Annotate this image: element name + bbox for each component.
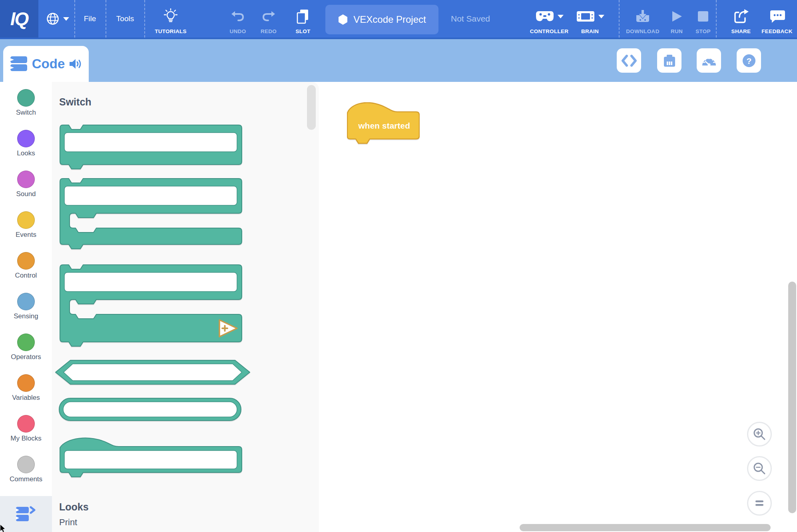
category-label: Events <box>16 231 36 239</box>
category-label: Operators <box>11 353 41 361</box>
palette-block-stack[interactable] <box>60 125 242 170</box>
palette-scrollbar[interactable] <box>307 85 316 130</box>
chevron-down-icon <box>63 17 69 21</box>
block-input-field[interactable] <box>64 451 237 469</box>
blocks-icon <box>10 56 28 72</box>
category-color-dot[interactable] <box>17 333 35 351</box>
share-label: SHARE <box>731 28 751 34</box>
undo-label: UNDO <box>230 28 246 34</box>
collapse-blocks-icon <box>15 505 37 523</box>
when-started-block[interactable]: when started <box>347 102 420 145</box>
project-name-button[interactable]: VEXcode Project <box>325 5 438 34</box>
feedback-icon <box>769 10 785 23</box>
sidebar-item-my-blocks[interactable]: My Blocks <box>0 415 52 453</box>
iq-logo: IQ <box>0 0 38 38</box>
category-color-dot[interactable] <box>17 89 35 107</box>
iq-logo-text: IQ <box>10 8 28 30</box>
palette-block-reporter[interactable] <box>59 398 241 421</box>
tab-code[interactable]: Code <box>3 46 89 82</box>
category-label: My Blocks <box>10 435 41 443</box>
undo-icon <box>231 11 245 22</box>
sidebar-item-comments[interactable]: Comments <box>0 456 52 494</box>
mouse-cursor <box>0 525 6 532</box>
workspace-canvas[interactable]: when started <box>319 82 797 532</box>
category-label: Switch <box>16 109 36 117</box>
monitor-dashboard-button[interactable] <box>697 48 721 73</box>
tutorials-label: TUTORIALS <box>155 28 187 34</box>
slot-button[interactable]: 1 SLOT <box>281 0 325 38</box>
category-color-dot[interactable] <box>17 171 35 188</box>
project-name: VEXcode Project <box>353 14 426 25</box>
device-port-icon <box>662 54 677 67</box>
canvas-horizontal-scrollbar[interactable] <box>520 524 771 531</box>
category-color-dot[interactable] <box>17 252 35 270</box>
category-color-dot[interactable] <box>17 415 35 433</box>
category-label: Sensing <box>14 312 38 320</box>
help-button[interactable]: ? <box>737 48 761 73</box>
zoom-out-button[interactable] <box>747 456 772 481</box>
slot-icon: 1 <box>296 9 310 24</box>
brain-button[interactable]: BRAIN <box>568 0 612 38</box>
sidebar-item-sensing[interactable]: Sensing <box>0 293 52 331</box>
play-icon <box>671 10 682 22</box>
share-icon <box>733 9 749 24</box>
language-menu[interactable] <box>40 0 74 38</box>
tutorials-button[interactable]: TUTORIALS <box>149 0 193 38</box>
devices-button[interactable] <box>657 48 681 73</box>
sidebar-item-switch[interactable]: Switch <box>0 89 52 127</box>
sidebar-item-looks[interactable]: Looks <box>0 130 52 168</box>
file-menu[interactable]: File <box>75 0 105 38</box>
block-palette: Switch <box>52 82 319 532</box>
palette-block-boolean[interactable] <box>55 360 251 385</box>
category-color-dot[interactable] <box>17 293 35 310</box>
zoom-in-button[interactable] <box>747 422 772 447</box>
vexcode-app: IQ File Tools TUTOR <box>0 0 797 532</box>
category-sidebar: SwitchLooksSoundEventsControlSensingOper… <box>0 82 52 532</box>
sidebar-item-variables[interactable]: Variables <box>0 374 52 413</box>
category-color-dot[interactable] <box>17 374 35 392</box>
tools-menu[interactable]: Tools <box>110 0 140 38</box>
brain-label: BRAIN <box>581 28 599 34</box>
globe-icon <box>46 12 60 26</box>
slot-label: SLOT <box>295 28 310 34</box>
redo-icon <box>262 11 275 22</box>
sidebar-item-control[interactable]: Control <box>0 252 52 290</box>
canvas-vertical-scrollbar[interactable] <box>788 282 796 513</box>
sidebar-item-sound[interactable]: Sound <box>0 171 52 209</box>
controller-label: CONTROLLER <box>530 28 569 34</box>
stop-button[interactable]: STOP <box>681 0 725 38</box>
download-icon <box>635 10 651 23</box>
zoom-reset-button[interactable] <box>747 491 772 516</box>
sidebar-item-operators[interactable]: Operators <box>0 333 52 372</box>
code-viewer-button[interactable] <box>617 48 641 73</box>
block-input-field[interactable] <box>64 186 237 205</box>
toolbar-separator <box>106 0 106 38</box>
toolbar-separator <box>144 0 145 38</box>
palette-block-c-shape[interactable] <box>60 178 242 250</box>
block-input-field[interactable] <box>64 364 242 381</box>
feedback-label: FEEDBACK <box>761 28 792 34</box>
workspace-toolbar: Code <box>0 39 797 82</box>
lightbulb-icon <box>163 8 178 24</box>
tab-code-label: Code <box>32 56 65 71</box>
category-label: Comments <box>10 475 42 483</box>
palette-block-hat[interactable] <box>60 437 242 480</box>
category-label: Control <box>15 272 37 280</box>
palette-collapse-button[interactable] <box>0 496 52 532</box>
help-glyph: ? <box>746 56 751 65</box>
palette-block-c-shape-extend[interactable] <box>60 264 242 348</box>
controller-button[interactable]: CONTROLLER <box>527 0 571 38</box>
block-input-field[interactable] <box>64 272 237 292</box>
block-input-field[interactable] <box>63 402 237 417</box>
category-color-dot[interactable] <box>17 211 35 229</box>
sidebar-item-events[interactable]: Events <box>0 211 52 250</box>
chevron-down-icon <box>558 15 564 18</box>
block-input-field[interactable] <box>64 133 237 152</box>
toolbar-separator <box>619 0 620 38</box>
speaker-icon <box>69 58 82 69</box>
gauge-icon <box>701 54 717 67</box>
category-color-dot[interactable] <box>17 130 35 147</box>
category-color-dot[interactable] <box>17 456 35 473</box>
feedback-button[interactable]: FEEDBACK <box>755 0 797 38</box>
zoom-reset-icon <box>754 500 765 507</box>
